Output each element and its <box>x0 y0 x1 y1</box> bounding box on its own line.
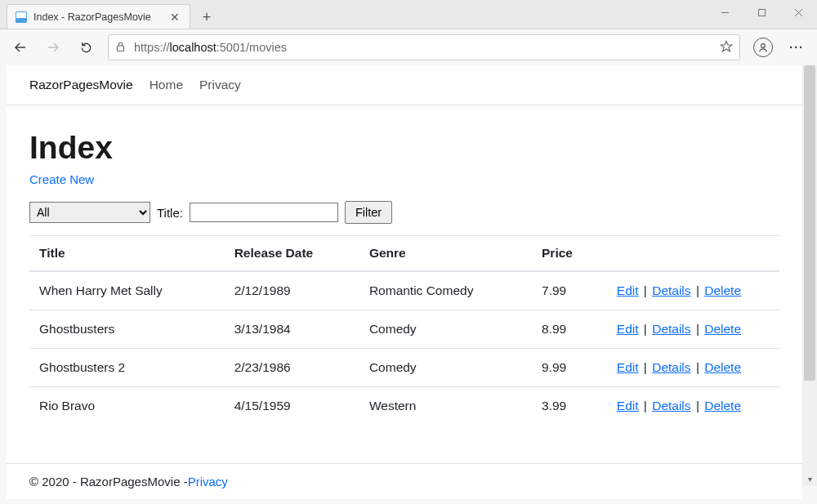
movies-table: Title Release Date Genre Price When Harr… <box>29 235 779 425</box>
col-price: Price <box>532 236 607 272</box>
cell-actions: Edit | Details | Delete <box>607 349 779 387</box>
title-filter-input[interactable] <box>190 203 338 222</box>
details-link[interactable]: Details <box>652 399 690 413</box>
footer-copyright: © 2020 - RazorPagesMovie - <box>29 475 188 488</box>
title-filter-label: Title: <box>157 206 183 220</box>
svg-rect-1 <box>759 9 766 16</box>
window-minimize-button[interactable] <box>707 0 743 25</box>
cell-title: When Harry Met Sally <box>29 271 225 310</box>
cell-actions: Edit | Details | Delete <box>607 271 779 310</box>
cell-release: 2/12/1989 <box>225 271 359 310</box>
close-tab-icon[interactable]: ✕ <box>168 11 181 24</box>
edit-link[interactable]: Edit <box>617 399 639 413</box>
cell-release: 2/23/1986 <box>225 349 359 387</box>
nav-back-button[interactable] <box>5 33 36 62</box>
favorite-icon[interactable] <box>720 40 733 56</box>
nav-home[interactable]: Home <box>150 78 183 92</box>
delete-link[interactable]: Delete <box>704 322 741 336</box>
col-release: Release Date <box>225 236 359 272</box>
svg-marker-7 <box>721 41 733 51</box>
cell-title: Ghostbusters 2 <box>29 349 225 387</box>
cell-genre: Comedy <box>359 310 532 349</box>
tab-title: Index - RazorPagesMovie <box>33 11 168 23</box>
browser-toolbar: https://localhost:5001/movies ··· <box>0 29 817 65</box>
table-header-row: Title Release Date Genre Price <box>29 236 779 272</box>
filter-button[interactable]: Filter <box>345 201 392 224</box>
cell-price: 9.99 <box>532 349 607 387</box>
nav-privacy[interactable]: Privacy <box>199 78 241 92</box>
table-row: Ghostbusters3/13/1984Comedy8.99Edit | De… <box>29 310 779 349</box>
cell-title: Ghostbusters <box>29 310 225 349</box>
cell-price: 7.99 <box>532 271 607 310</box>
footer-privacy-link[interactable]: Privacy <box>188 475 228 488</box>
cell-genre: Romantic Comedy <box>359 271 532 310</box>
edit-link[interactable]: Edit <box>617 322 639 336</box>
svg-point-8 <box>761 44 766 48</box>
filter-form: All Title: Filter <box>29 201 779 224</box>
vertical-scrollbar[interactable]: ▾ <box>802 65 817 486</box>
nav-forward-button[interactable] <box>38 33 69 62</box>
delete-link[interactable]: Delete <box>704 399 741 413</box>
window-maximize-button[interactable] <box>743 0 780 25</box>
svg-rect-6 <box>118 46 124 51</box>
details-link[interactable]: Details <box>652 322 690 336</box>
details-link[interactable]: Details <box>652 283 690 297</box>
cell-release: 4/15/1959 <box>225 387 359 426</box>
col-actions <box>607 236 779 272</box>
lock-icon <box>115 41 126 55</box>
browser-tab-active[interactable]: Index - RazorPagesMovie ✕ <box>7 4 190 29</box>
address-bar[interactable]: https://localhost:5001/movies <box>108 34 740 60</box>
cell-genre: Western <box>359 387 532 426</box>
page-viewport: RazorPagesMovie Home Privacy Index Creat… <box>7 65 802 499</box>
delete-link[interactable]: Delete <box>704 360 741 374</box>
cell-actions: Edit | Details | Delete <box>607 387 779 426</box>
table-row: When Harry Met Sally2/12/1989Romantic Co… <box>29 271 779 310</box>
edit-link[interactable]: Edit <box>617 360 639 374</box>
cell-actions: Edit | Details | Delete <box>607 310 779 349</box>
site-header: RazorPagesMovie Home Privacy <box>7 65 802 105</box>
profile-button[interactable] <box>753 38 773 57</box>
favicon-icon <box>16 11 27 23</box>
nav-refresh-button[interactable] <box>70 33 101 62</box>
url-text: https://localhost:5001/movies <box>134 41 287 54</box>
window-close-button[interactable] <box>780 0 817 25</box>
genre-select[interactable]: All <box>29 202 150 223</box>
cell-title: Rio Bravo <box>29 387 225 426</box>
site-brand[interactable]: RazorPagesMovie <box>29 78 133 92</box>
cell-price: 8.99 <box>532 310 607 349</box>
delete-link[interactable]: Delete <box>704 283 741 297</box>
scroll-down-icon[interactable]: ▾ <box>802 471 817 486</box>
col-title: Title <box>29 236 225 272</box>
site-footer: © 2020 - RazorPagesMovie - Privacy <box>7 463 802 499</box>
table-row: Rio Bravo4/15/1959Western3.99Edit | Deta… <box>29 387 779 426</box>
edit-link[interactable]: Edit <box>617 283 639 297</box>
create-new-link[interactable]: Create New <box>29 172 94 186</box>
cell-genre: Comedy <box>359 349 532 387</box>
details-link[interactable]: Details <box>652 360 690 374</box>
cell-price: 3.99 <box>532 387 607 426</box>
page-title: Index <box>29 130 779 166</box>
new-tab-button[interactable]: + <box>195 6 218 29</box>
table-row: Ghostbusters 22/23/1986Comedy9.99Edit | … <box>29 349 779 387</box>
cell-release: 3/13/1984 <box>225 310 359 349</box>
col-genre: Genre <box>359 236 532 272</box>
more-options-button[interactable]: ··· <box>781 41 812 54</box>
scrollbar-thumb[interactable] <box>804 65 815 381</box>
window-title-bar: Index - RazorPagesMovie ✕ + <box>0 0 817 29</box>
